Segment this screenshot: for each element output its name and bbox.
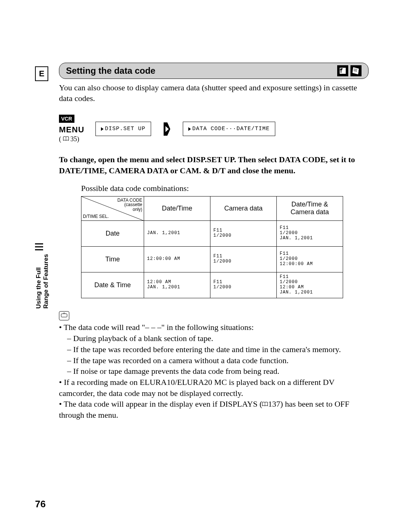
menu-path-row: VCR MENU ( 35) DISP.SET UP DATA CODE···D… bbox=[59, 115, 369, 143]
table-cell: F11 1/2000 12:00 AM JAN. 1,2001 bbox=[277, 272, 343, 298]
table-cell: JAN. 1,2001 bbox=[144, 220, 210, 246]
triangle-icon bbox=[101, 127, 104, 131]
note-bullet: If a recording made on ELURA10/ELURA20 M… bbox=[59, 377, 369, 399]
menu-label: MENU bbox=[59, 125, 84, 135]
section-title: Setting the data code bbox=[66, 66, 156, 76]
table-corner-cell: DATA CODE (cassette only) D/TIME SEL. bbox=[81, 196, 144, 220]
vcr-badge: VCR bbox=[59, 115, 74, 123]
note-sub: If noise or tape damage prevents the dat… bbox=[67, 366, 369, 377]
row-header: Date & Time bbox=[81, 272, 144, 298]
menu-step-2-text: DATA CODE···DATE/TIME bbox=[192, 126, 270, 132]
note-sub: During playback of a blank section of ta… bbox=[67, 333, 369, 344]
row-header: Date bbox=[81, 220, 144, 246]
menu-step-1-text: DISP.SET UP bbox=[105, 126, 146, 132]
row-header: Time bbox=[81, 246, 144, 272]
page-number: 76 bbox=[35, 498, 46, 510]
intro-text: You can also choose to display camera da… bbox=[59, 83, 369, 104]
card-icon bbox=[350, 65, 362, 76]
note-bullet: The data code will read "– – –" in the f… bbox=[59, 322, 369, 376]
table-caption: Possible data code combinations: bbox=[81, 184, 369, 193]
note-text: The data code will read "– – –" in the f… bbox=[64, 323, 254, 332]
arrow-divider-icon bbox=[162, 122, 172, 136]
col-header: Date/Time bbox=[144, 196, 210, 220]
note-sub: If the tape was recorded before entering… bbox=[67, 344, 369, 355]
col-header: Camera data bbox=[210, 196, 277, 220]
book-icon bbox=[63, 136, 69, 141]
col-header: Date/Time & Camera data bbox=[277, 196, 343, 220]
table-cell: F11 1/2000 bbox=[210, 246, 277, 272]
notes-section: The data code will read "– – –" in the f… bbox=[59, 309, 369, 421]
sidebar-section-title: Using the Full Range of Features bbox=[35, 254, 50, 309]
sidebar-section-marker: Using the Full Range of Features bbox=[35, 243, 50, 309]
section-letter-box: E bbox=[35, 66, 48, 81]
menu-step-2: DATA CODE···DATE/TIME bbox=[183, 122, 275, 136]
svg-marker-3 bbox=[353, 67, 359, 74]
note-page-ref: 137 bbox=[268, 399, 280, 408]
corner-top-label: DATA CODE (cassette only) bbox=[117, 198, 142, 212]
section-header: Setting the data code bbox=[59, 63, 369, 79]
triangle-icon bbox=[188, 127, 191, 131]
note-icon bbox=[59, 311, 69, 321]
note-text-pre: The data code will appear in the display… bbox=[64, 399, 262, 408]
menu-block: VCR MENU ( 35) bbox=[59, 115, 84, 143]
table-cell: 12:00 AM JAN. 1,2001 bbox=[144, 272, 210, 298]
corner-bottom-label: D/TIME SEL. bbox=[83, 214, 109, 219]
table-cell: F11 1/2000 12:00:00 AM bbox=[277, 246, 343, 272]
menu-step-1: DISP.SET UP bbox=[95, 122, 151, 136]
data-code-table: DATA CODE (cassette only) D/TIME SEL. Da… bbox=[81, 196, 369, 298]
sidebar-bars-icon bbox=[35, 243, 50, 250]
table-cell: 12:00:00 AM bbox=[144, 246, 210, 272]
table-cell: F11 1/2000 JAN. 1,2001 bbox=[277, 220, 343, 246]
section-letter: E bbox=[39, 69, 45, 79]
header-icons bbox=[337, 65, 362, 76]
menu-ref-page: 35 bbox=[70, 135, 77, 143]
menu-page-ref: ( 35) bbox=[59, 135, 79, 143]
book-icon bbox=[262, 401, 268, 407]
note-sub: If the tape was recorded on a camera wit… bbox=[67, 355, 369, 366]
instruction-text: To change, open the menu and select DISP… bbox=[59, 154, 369, 176]
table-cell: F11 1/2000 bbox=[210, 272, 277, 298]
svg-rect-10 bbox=[61, 314, 67, 317]
tape-arrow-icon bbox=[337, 65, 348, 76]
note-bullet: The data code will appear in the display… bbox=[59, 399, 369, 420]
table-cell: F11 1/2000 bbox=[210, 220, 277, 246]
